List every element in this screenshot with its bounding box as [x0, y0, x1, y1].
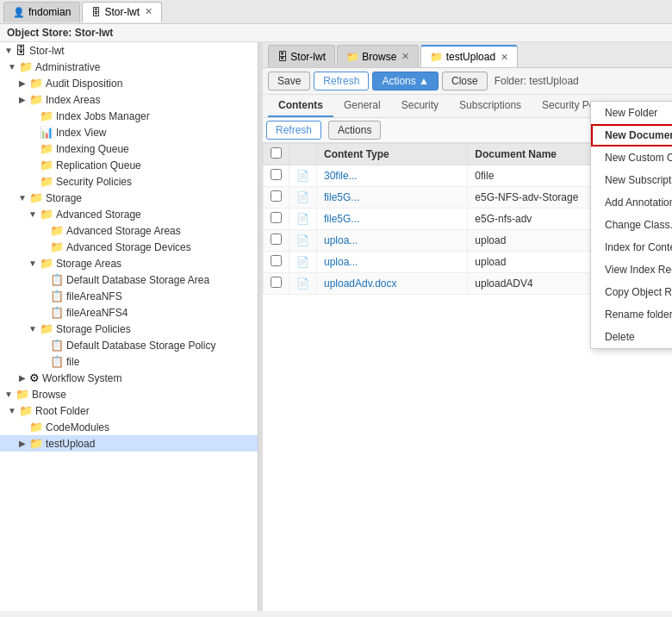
row-docname: e5G-NFS-adv-Storage [475, 191, 578, 203]
doc-icon: 📄 [296, 191, 309, 203]
inner-tab-browse[interactable]: 📁 Browse ✕ [337, 45, 419, 67]
sidebar-item-storage[interactable]: ▼📁Storage [0, 190, 258, 206]
tree-label-security-policies: Security Policies [56, 176, 132, 188]
row-checkbox[interactable] [271, 212, 282, 223]
sidebar-item-audit-disposition[interactable]: ▶📁Audit Disposition [0, 75, 258, 91]
close-browse-icon[interactable]: ✕ [401, 51, 409, 62]
row-checkbox[interactable] [271, 277, 282, 288]
row-link-cell: uploa... [317, 252, 468, 273]
dropdown-item-new-custom-object[interactable]: New Custom Object [591, 146, 672, 169]
dropdown-item-new-document[interactable]: New Document [591, 124, 672, 146]
tab-general[interactable]: General [333, 95, 391, 117]
tab-subscriptions[interactable]: Subscriptions [449, 95, 532, 117]
row-link[interactable]: uploadAdv.docx [324, 277, 397, 290]
dropdown-item-index-content-search[interactable]: Index for Content Search [591, 236, 672, 259]
tree-label-index-jobs-manager: Index Jobs Manager [56, 110, 150, 122]
row-doc-icon-cell: 📄 [289, 165, 317, 187]
dropdown-item-change-class[interactable]: Change Class... [591, 214, 672, 236]
row-doc-icon-cell: 📄 [289, 252, 317, 273]
row-checkbox[interactable] [271, 169, 282, 180]
sidebar-item-test-upload[interactable]: ▶📁testUpload [0, 435, 258, 452]
sidebar-item-root-folder[interactable]: ▼📁Root Folder [0, 402, 258, 419]
tree-icon-replication-queue: 📁 [40, 159, 53, 171]
sidebar-item-indexing-queue[interactable]: 📁Indexing Queue [0, 140, 258, 157]
tree-icon-browse: 📁 [16, 388, 29, 401]
sidebar-item-browse[interactable]: ▼📁Browse [0, 386, 258, 402]
row-checkbox-cell [264, 187, 289, 209]
row-link-cell: 30file... [317, 165, 468, 187]
row-link[interactable]: uploa... [324, 234, 358, 246]
dropdown-item-new-subscription[interactable]: New Subscription... [591, 169, 672, 191]
save-button[interactable]: Save [268, 72, 310, 90]
tree-label-administrative: Administrative [35, 61, 100, 73]
tab-contents[interactable]: Contents [268, 95, 333, 117]
sidebar-item-workflow-system[interactable]: ▶⚙Workflow System [0, 370, 258, 386]
tree-icon-advanced-storage-areas: 📁 [50, 224, 64, 237]
sidebar-item-administrative[interactable]: ▼📁Administrative [0, 59, 258, 75]
actions-button[interactable]: Actions ▲ [372, 72, 439, 90]
tree-icon-storage-areas: 📁 [40, 257, 53, 270]
sidebar-item-advanced-storage-devices[interactable]: 📁Advanced Storage Devices [0, 239, 258, 255]
sidebar-item-default-db-storage-area[interactable]: 📋Default Database Storage Area [0, 271, 258, 288]
sidebar-item-security-policies[interactable]: 📁Security Policies [0, 173, 258, 190]
sidebar-item-stor-lwt-root[interactable]: ▼🗄Stor-lwt [0, 42, 258, 59]
row-link[interactable]: uploa... [324, 256, 358, 268]
sidebar-item-advanced-storage-areas[interactable]: 📁Advanced Storage Areas [0, 222, 258, 239]
sidebar-item-file[interactable]: 📋file [0, 353, 258, 370]
sidebar-item-advanced-storage[interactable]: ▼📁Advanced Storage [0, 206, 258, 222]
tree-label-file: file [66, 356, 79, 368]
dropdown-item-copy-object-reference[interactable]: Copy Object Reference [591, 281, 672, 303]
dropdown-item-delete[interactable]: Delete [591, 326, 672, 348]
close-testupload-icon[interactable]: ✕ [501, 52, 508, 63]
tree-toggle-test-upload: ▶ [17, 439, 28, 448]
main-toolbar: Save Refresh Actions ▲ Close Folder: tes… [263, 68, 672, 95]
tree-label-stor-lwt-root: Stor-lwt [29, 45, 65, 57]
row-checkbox[interactable] [271, 255, 282, 266]
inner-tab-stor-lwt[interactable]: 🗄 Stor-lwt [268, 45, 335, 67]
sub-refresh-button[interactable]: Refresh [266, 121, 321, 140]
dropdown-item-view-index-requests[interactable]: View Index Requests... [591, 259, 672, 281]
row-link[interactable]: file5G... [324, 191, 359, 203]
close-button[interactable]: Close [442, 72, 488, 90]
sidebar-item-index-view[interactable]: 📊Index View [0, 124, 258, 140]
tree-icon-storage: 📁 [29, 191, 43, 204]
row-docname: upload [475, 256, 506, 268]
top-tab-fndomian[interactable]: 👤 fndomian [3, 2, 80, 22]
row-checkbox[interactable] [271, 190, 282, 202]
sidebar-item-fileAreaNFS[interactable]: 📋fileAreaNFS [0, 288, 258, 304]
dropdown-item-rename-folder[interactable]: Rename folder [591, 303, 672, 326]
folder-label: Folder: testUpload [495, 75, 579, 87]
tree-icon-advanced-storage: 📁 [40, 208, 53, 221]
content-area: 🗄 Stor-lwt 📁 Browse ✕ 📁 testUpload ✕ Sav… [263, 42, 672, 611]
sidebar-item-fileAreaNFS4[interactable]: 📋fileAreaNFS4 [0, 304, 258, 321]
row-checkbox-cell [264, 252, 289, 273]
tree-toggle-workflow-system: ▶ [17, 373, 28, 383]
row-doc-icon-cell: 📄 [289, 187, 317, 209]
tab-security[interactable]: Security [391, 95, 449, 117]
tree-label-advanced-storage-devices: Advanced Storage Devices [66, 241, 191, 253]
sidebar-item-index-jobs-manager[interactable]: 📁Index Jobs Manager [0, 108, 258, 124]
sidebar-item-default-db-storage-policy[interactable]: 📋Default Database Storage Policy [0, 337, 258, 353]
sidebar-item-index-areas[interactable]: ▶📁Index Areas [0, 91, 258, 108]
sidebar-item-storage-areas[interactable]: ▼📁Storage Areas [0, 255, 258, 271]
sidebar-item-replication-queue[interactable]: 📁Replication Queue [0, 157, 258, 173]
sidebar: ▼🗄Stor-lwt▼📁Administrative▶📁Audit Dispos… [0, 42, 258, 611]
tree-icon-index-view: 📊 [40, 126, 53, 139]
close-stor-lwt-icon[interactable]: ✕ [145, 6, 152, 17]
select-all-checkbox[interactable] [271, 147, 282, 159]
dropdown-item-add-annotation[interactable]: Add Annotation [591, 191, 672, 214]
dropdown-item-new-folder[interactable]: New Folder [591, 102, 672, 124]
top-tab-stor-lwt[interactable]: 🗄 Stor-lwt ✕ [82, 2, 162, 22]
refresh-button[interactable]: Refresh [314, 72, 369, 90]
row-link[interactable]: file5G... [324, 213, 359, 225]
sidebar-item-code-modules[interactable]: 📁CodeModules [0, 419, 258, 435]
inner-stor-lwt-icon: 🗄 [277, 51, 288, 63]
sidebar-item-storage-policies[interactable]: ▼📁Storage Policies [0, 321, 258, 337]
row-docname: e5G-nfs-adv [475, 213, 532, 225]
tree-label-replication-queue: Replication Queue [56, 159, 141, 171]
row-link[interactable]: 30file... [324, 170, 358, 182]
row-checkbox[interactable] [271, 234, 282, 245]
inner-tab-testupload[interactable]: 📁 testUpload ✕ [420, 45, 518, 67]
row-link-cell: uploadAdv.docx [317, 273, 468, 295]
sub-actions-button[interactable]: Actions [328, 121, 381, 140]
